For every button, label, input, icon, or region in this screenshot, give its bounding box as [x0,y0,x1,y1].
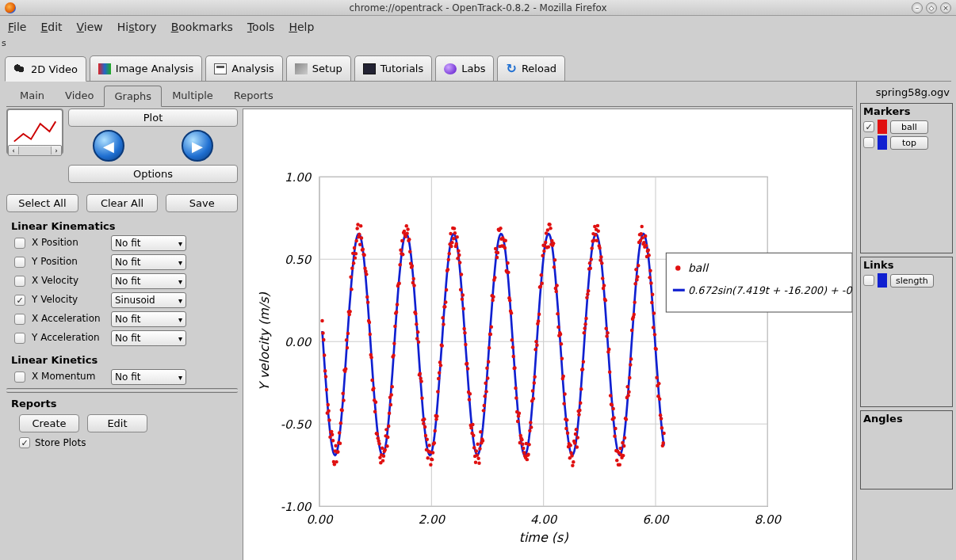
svg-point-32 [327,409,330,412]
checkbox-y-velocity[interactable] [14,295,25,306]
svg-point-63 [349,276,352,279]
wand-icon [295,63,308,74]
checkbox-marker-top[interactable] [863,137,874,148]
svg-point-114 [385,444,388,448]
tab-reload[interactable]: ↻Reload [497,55,565,81]
fit-y-acceleration[interactable]: No fit [111,330,186,346]
menu-edit[interactable]: Edit [40,21,62,33]
edit-button[interactable]: Edit [87,414,147,432]
plot-thumbnail[interactable]: ‹› [6,109,63,154]
tab-tutorials[interactable]: Tutorials [354,55,433,81]
checkbox-y-position[interactable] [14,257,25,268]
svg-point-84 [364,269,367,272]
checkbox-store-plots[interactable] [19,437,30,448]
checkbox-x-momentum[interactable] [14,371,25,383]
svg-point-269 [496,251,499,254]
options-button[interactable]: Options [68,165,238,183]
menu-help[interactable]: Help [289,21,314,33]
checkbox-link-slength[interactable] [863,275,874,286]
svg-point-167 [423,425,426,429]
checkbox-marker-ball[interactable] [863,121,874,132]
menu-view[interactable]: View [77,21,103,33]
fit-x-velocity[interactable]: No fit [111,273,186,289]
fit-y-position[interactable]: No fit [111,254,186,270]
checkbox-x-acceleration[interactable] [14,314,25,325]
svg-point-89 [368,321,371,324]
svg-point-366 [565,418,568,421]
thumbnail-scrollbar[interactable]: ‹› [8,145,62,156]
clear-all-button[interactable]: Clear All [86,194,159,212]
next-button[interactable]: ▶ [182,130,213,162]
create-button[interactable]: Create [19,414,79,432]
svg-point-423 [606,331,609,334]
svg-point-163 [420,397,423,400]
svg-point-371 [568,444,572,447]
svg-point-162 [419,379,423,383]
tab-analysis[interactable]: Analysis [205,55,283,81]
svg-point-229 [468,398,471,401]
tab-setup[interactable]: Setup [286,55,351,81]
label-y-velocity: Y Velocity [32,295,105,305]
svg-point-78 [360,236,363,239]
svg-point-401 [590,246,593,250]
svg-point-415 [600,261,603,265]
checkbox-y-acceleration[interactable] [14,333,25,344]
filename-label: spring58g.ogv [858,83,954,101]
svg-point-340 [547,245,550,248]
link-slength-button[interactable]: slength [890,274,934,288]
kinematics-list: X PositionNo fit Y PositionNo fit X Velo… [6,235,238,346]
svg-point-367 [566,432,569,435]
menu-history[interactable]: History [117,21,157,33]
tab-2d-video[interactable]: 2D Video [5,56,86,82]
svg-point-293 [513,366,516,369]
svg-point-332 [541,254,544,257]
svg-point-111 [384,448,387,451]
checkbox-x-position[interactable] [14,238,25,249]
svg-point-80 [361,247,365,250]
svg-point-178 [431,451,434,454]
fit-x-momentum[interactable]: No fit [111,369,186,385]
svg-point-186 [437,377,440,380]
svg-point-349 [553,258,556,261]
fit-x-position[interactable]: No fit [111,235,186,251]
tab-labs[interactable]: Labs [435,55,494,81]
subtab-reports[interactable]: Reports [224,85,284,106]
subtab-video[interactable]: Video [55,85,104,106]
minimize-button[interactable]: – [912,2,923,13]
subtab-multiple[interactable]: Multiple [162,85,224,106]
tab-image-analysis[interactable]: Image Analysis [90,55,202,81]
plot-button[interactable]: Plot [68,109,238,127]
menu-tools[interactable]: Tools [247,21,275,33]
svg-point-37 [331,433,334,436]
svg-point-103 [377,442,380,445]
svg-point-223 [463,331,466,334]
svg-point-241 [476,443,479,446]
svg-point-125 [393,325,396,328]
svg-point-324 [535,344,538,347]
close-button[interactable]: × [940,2,951,13]
pane-splitter[interactable] [6,388,238,393]
svg-point-142 [405,231,408,234]
marker-ball-button[interactable]: ball [890,120,928,134]
svg-point-93 [370,379,373,382]
svg-point-181 [433,429,436,432]
menu-bookmarks[interactable]: Bookmarks [171,21,233,33]
svg-point-329 [539,285,542,288]
save-button[interactable]: Save [166,194,238,212]
svg-point-393 [584,317,587,320]
tab-analysis-label: Analysis [231,63,274,74]
prev-button[interactable]: ◀ [93,130,124,162]
fit-x-acceleration[interactable]: No fit [111,311,186,327]
svg-text:0.672sin(7.419t + -16.200) + -: 0.672sin(7.419t + -16.200) + -0.017 [688,284,852,296]
subtab-graphs[interactable]: Graphs [104,86,162,107]
subtab-main[interactable]: Main [10,85,55,106]
menu-file[interactable]: File [8,21,26,33]
maximize-button[interactable]: ◇ [926,2,937,13]
checkbox-x-velocity[interactable] [14,276,25,287]
svg-point-416 [601,276,604,280]
marker-top-button[interactable]: top [890,136,928,150]
select-all-button[interactable]: Select All [6,194,78,212]
fit-y-velocity[interactable]: Sinusoid [111,292,186,308]
svg-point-455 [629,363,632,366]
svg-point-67 [352,261,355,265]
